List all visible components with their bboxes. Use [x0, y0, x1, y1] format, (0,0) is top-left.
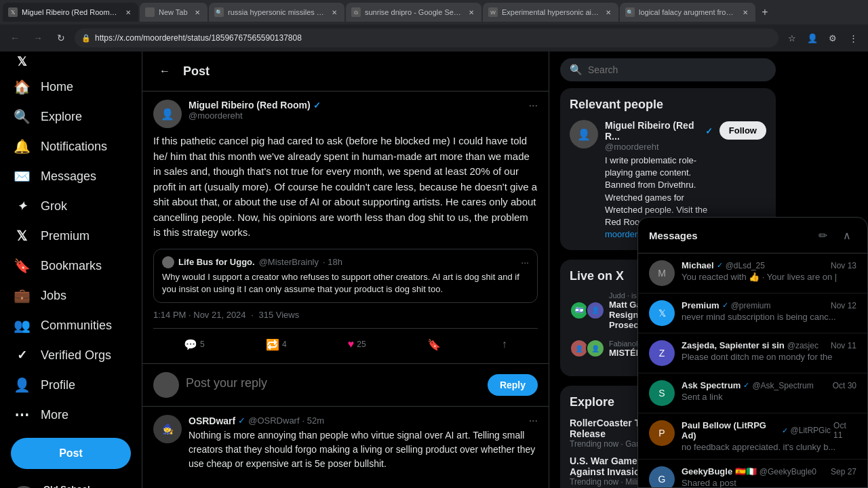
tweet-text: If this pathetic cancel pig had cared to… — [153, 134, 538, 241]
sidebar-item-verified-orgs[interactable]: ✓ Verified Orgs — [5, 340, 136, 370]
msg-avatar-6: G — [649, 466, 675, 487]
message-item-1[interactable]: M Michael ✓ @dLsd_25 Nov 13 You reacted … — [638, 253, 867, 293]
msg-handle-6: @GeekyBugle0 — [760, 467, 816, 476]
msg-avatar-3: Z — [649, 340, 675, 366]
messages-compose-button[interactable]: ✏ — [813, 226, 832, 245]
address-bar[interactable]: 🔒 https://x.com/moordereht/status/185967… — [75, 28, 778, 47]
sidebar-user[interactable]: 👤 Old School Wargam... @LibertyForAll19 … — [5, 477, 136, 488]
back-button[interactable]: ← — [153, 60, 176, 83]
profile-icon: 👤 — [14, 377, 30, 393]
sidebar-label-explore: Explore — [41, 110, 82, 124]
quoted-tweet[interactable]: Life Bus for Uggo. @MisterBrainly · 18h … — [153, 249, 538, 303]
sidebar-item-notifications[interactable]: 🔔 Notifications — [5, 131, 136, 161]
sidebar-label-home: Home — [41, 80, 73, 94]
sidebar-item-explore[interactable]: 🔍 Explore — [5, 102, 136, 131]
sidebar-item-messages[interactable]: ✉️ Messages — [5, 161, 136, 191]
browser-menu-button[interactable]: ⋮ — [844, 28, 863, 47]
tab-favicon-3: 🔍 — [214, 7, 224, 17]
extensions-button[interactable]: ⚙ — [823, 28, 842, 47]
msg-avatar-4: S — [649, 380, 675, 406]
tab-5[interactable]: W Experimental hypersonic aircra... ✕ — [483, 3, 618, 22]
sidebar-item-jobs[interactable]: 💼 Jobs — [5, 281, 136, 310]
msg-content-1: Michael ✓ @dLsd_25 Nov 13 You reacted wi… — [682, 260, 856, 282]
message-item-5[interactable]: P Paul Bellow (LitRPG Ad) ✓ @LitRPGic Oc… — [638, 413, 867, 460]
sidebar-item-bookmarks[interactable]: 🔖 Bookmarks — [5, 251, 136, 281]
msg-preview-4: Sent a link — [682, 392, 856, 402]
tab-title-1: Miguel Ribeiro (Red Room) on... — [22, 8, 119, 16]
sidebar-item-profile[interactable]: 👤 Profile — [5, 370, 136, 400]
tab-close-1[interactable]: ✕ — [123, 7, 133, 17]
share-icon: ↑ — [502, 338, 507, 350]
sidebar-label-profile: Profile — [41, 378, 75, 392]
live-avatar-2b: 👤 — [586, 339, 605, 358]
tab-2[interactable]: New Tab ✕ — [140, 3, 208, 22]
browser-profile-button[interactable]: 👤 — [803, 28, 822, 47]
forward-button[interactable]: → — [28, 28, 47, 47]
sidebar-item-grok[interactable]: ✦ Grok — [5, 191, 136, 221]
reply-avatar-1[interactable]: 🧙 — [153, 415, 182, 443]
grok-icon: ✦ — [14, 198, 30, 214]
tab-close-3[interactable]: ✕ — [330, 7, 339, 17]
msg-handle-4: @Ask_Spectrum — [752, 381, 813, 390]
tweet-author-avatar[interactable]: 👤 — [153, 100, 182, 128]
tab-close-2[interactable]: ✕ — [193, 7, 202, 17]
post-button[interactable]: Post — [11, 438, 131, 469]
messages-collapse-button[interactable]: ∧ — [837, 226, 856, 245]
reply-input[interactable] — [186, 372, 481, 390]
browser-chrome: 𝕏 Miguel Ribeiro (Red Room) on... ✕ New … — [0, 0, 868, 52]
ssl-lock-icon: 🔒 — [81, 34, 91, 43]
tab-close-6[interactable]: ✕ — [741, 7, 750, 17]
person-name-text: Miguel Ribeiro (Red R... — [605, 120, 703, 142]
messages-panel-header[interactable]: Messages ✏ ∧ — [638, 218, 867, 253]
message-item-6[interactable]: G GeekyBugle 🇪🇸🇮🇹 @GeekyBugle0 Sep 27 Sh… — [638, 460, 867, 487]
x-logo[interactable]: 𝕏 — [5, 54, 38, 69]
quoted-tweet-options-icon[interactable]: ··· — [521, 257, 529, 268]
msg-date-2: Nov 12 — [831, 301, 856, 310]
tab-6[interactable]: 🔍 logical falacy arugment from ... ✕ — [620, 3, 755, 22]
like-action-button[interactable]: ♥ 25 — [344, 334, 370, 354]
follow-button[interactable]: Follow — [719, 121, 766, 140]
person-avatar[interactable]: 👤 — [570, 120, 598, 148]
bookmark-page-button[interactable]: ☆ — [783, 28, 802, 47]
reply-box: Reply — [142, 364, 549, 407]
share-action-button[interactable]: ↑ — [498, 334, 511, 354]
tab-close-5[interactable]: ✕ — [604, 7, 613, 17]
browser-actions: ☆ 👤 ⚙ ⋮ — [783, 28, 863, 47]
sidebar-item-premium[interactable]: 𝕏 Premium — [5, 221, 136, 251]
message-item-3[interactable]: Z Zasjeda, Sapienter si sin @zasjec Nov … — [638, 333, 867, 373]
reply-action-button[interactable]: 💬 5 — [180, 334, 209, 355]
msg-name-row-5: Paul Bellow (LitRPG Ad) ✓ @LitRPGic Oct … — [682, 420, 856, 441]
main-tweet: 👤 Miguel Ribeiro (Red Room) ✓ @moordereh… — [142, 92, 549, 364]
msg-name-row-1: Michael ✓ @dLsd_25 Nov 13 — [682, 260, 856, 270]
tab-active[interactable]: 𝕏 Miguel Ribeiro (Red Room) on... ✕ — [3, 3, 138, 22]
sidebar-label-premium: Premium — [41, 229, 90, 243]
reply-count: 5 — [200, 340, 205, 349]
retweet-action-button[interactable]: 🔁 4 — [262, 334, 291, 355]
sidebar-nav: 🏠 Home 🔍 Explore 🔔 Notifications ✉️ Mess… — [5, 72, 136, 430]
msg-preview-5: no feedback appreciated. it's clunky b..… — [682, 442, 856, 452]
message-item-4[interactable]: S Ask Spectrum ✓ @Ask_Spectrum Oct 30 Se… — [638, 373, 867, 413]
sidebar-label-bookmarks: Bookmarks — [41, 259, 102, 273]
jobs-icon: 💼 — [14, 287, 30, 304]
sidebar-item-communities[interactable]: 👥 Communities — [5, 310, 136, 340]
message-item-2[interactable]: 𝕏 Premium ✓ @premium Nov 12 never mind s… — [638, 293, 867, 333]
msg-name-row-2: Premium ✓ @premium Nov 12 — [682, 300, 856, 310]
new-tab-button[interactable]: + — [757, 4, 773, 20]
reply-options-button-1[interactable]: ··· — [529, 415, 538, 427]
bookmark-action-button[interactable]: 🔖 — [423, 334, 445, 355]
tab-4[interactable]: G sunrise dnipro - Google Search ✕ — [346, 3, 481, 22]
reply-time-1: · 52m — [302, 415, 325, 426]
reply-button[interactable]: Reply — [488, 374, 538, 396]
sidebar-item-more[interactable]: ⋯ More — [5, 400, 136, 430]
sidebar-item-home[interactable]: 🏠 Home — [5, 72, 136, 102]
tweet-options-button[interactable]: ··· — [529, 100, 538, 112]
like-icon: ♥ — [348, 338, 355, 350]
back-button[interactable]: ← — [5, 28, 24, 47]
tab-favicon-4: G — [351, 7, 361, 17]
msg-date-3: Nov 11 — [831, 341, 856, 350]
tab-3[interactable]: 🔍 russia hypersonic missiles bea... ✕ — [209, 3, 344, 22]
search-input[interactable] — [588, 64, 766, 75]
msg-verified-5: ✓ — [782, 426, 788, 435]
tab-close-4[interactable]: ✕ — [467, 7, 476, 17]
reload-button[interactable]: ↻ — [52, 28, 71, 47]
